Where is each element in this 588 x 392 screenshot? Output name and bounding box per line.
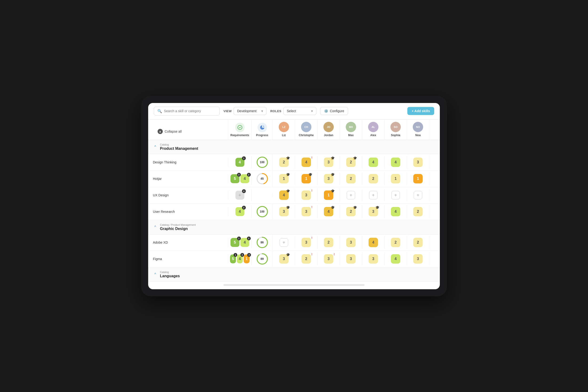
requirements-icon	[235, 123, 244, 132]
sections-container: ^ Catalog Product Management Design Thin…	[148, 140, 440, 282]
collapse-all-button[interactable]: ▲ Collapse all	[153, 126, 186, 136]
more-options-cell: ⋮	[429, 190, 440, 200]
score-badge: 2🎓	[346, 158, 356, 167]
score-cell: 4🎓	[273, 188, 295, 202]
req-count: 1	[242, 156, 246, 160]
req-badge: 4 2	[237, 254, 243, 263]
score-cell: 4🎓	[318, 205, 340, 218]
section-breadcrumb: Catalog	[160, 271, 180, 274]
sophia-avatar: SO	[390, 122, 401, 132]
graduation-cap-icon: 🎓	[376, 206, 380, 209]
graduation-cap-icon: 🎓	[353, 156, 357, 160]
jordan-col-header: JO Jordan	[318, 120, 340, 140]
score-cell: 3!	[295, 236, 318, 249]
progress-cell: 100	[252, 154, 273, 170]
progress-label: Progress	[256, 134, 268, 137]
gear-icon: ⚙️	[324, 109, 328, 113]
score-cell: 2🎓	[340, 156, 362, 169]
score-badge: 4🎓	[279, 190, 288, 200]
req-count: 2	[247, 173, 251, 176]
add-score-button[interactable]: +	[414, 191, 422, 200]
score-cell: 1🎓	[295, 172, 318, 185]
more-options-button[interactable]: ⋮	[437, 239, 440, 246]
score-cell: 4	[384, 252, 407, 266]
req-badge: 4 2	[240, 238, 249, 247]
score-cell: +	[273, 236, 295, 248]
score-cell: 3!	[295, 205, 318, 218]
section-toggle[interactable]: ^	[153, 225, 158, 230]
progress-cell	[252, 193, 273, 197]
score-cell: 3	[407, 156, 429, 169]
graduation-cap-icon: 🎓	[353, 206, 357, 209]
more-options-button[interactable]: ⋮	[437, 208, 440, 215]
score-badge: 4	[391, 158, 400, 167]
score-badge: 4	[391, 207, 400, 216]
graduation-cap-icon: 🎓	[286, 206, 290, 209]
alert-icon: !	[312, 253, 312, 256]
view-group: VIEW Development ▾	[224, 107, 266, 115]
more-options-button[interactable]: ⋮	[437, 192, 440, 199]
score-cell: 4	[362, 236, 384, 249]
add-score-button[interactable]: +	[280, 238, 288, 247]
table-row: Design Thinking 4 1 100 2🎓 4! 3🎓 2🎓 4 4 …	[148, 154, 440, 171]
sophia-col-header: SO Sophia	[384, 120, 407, 140]
add-score-button[interactable]: +	[347, 191, 355, 200]
section-header-graphic-design: ^ Catalog / Product Management Graphic D…	[148, 220, 440, 234]
progress-cell: 86	[252, 234, 273, 250]
table-row: UX Design + 4 4🎓 3! 1🎓 ++++ ⋮	[148, 187, 440, 204]
toolbar: 🔍 VIEW Development ▾ ROLES Select ▾ ⚙️	[148, 103, 440, 120]
requirements-col-header: Requirements	[228, 120, 252, 140]
score-cell: 1🎓	[318, 188, 340, 202]
score-badge: 3	[346, 238, 356, 247]
req-count: 1	[237, 236, 241, 240]
max-col-header: MX Max	[340, 120, 362, 140]
add-score-button[interactable]: +	[369, 191, 378, 200]
section-breadcrumb: Catalog / Product Management	[160, 224, 196, 226]
roles-dropdown[interactable]: Select ▾	[284, 107, 316, 115]
more-options-button[interactable]: ⋮	[437, 256, 440, 262]
score-badge: 2	[413, 238, 423, 247]
device-frame: 🔍 VIEW Development ▾ ROLES Select ▾ ⚙️	[141, 96, 447, 296]
table-row: Figma 5 1 4 2 1 3 89 3🎓 2! 3! 3 3 4 3 ⋮	[148, 251, 440, 267]
add-score-button[interactable]: +	[391, 191, 400, 200]
section-toggle[interactable]: ^	[153, 144, 158, 149]
score-cell: 2	[384, 236, 407, 249]
noa-label: Noa	[415, 134, 421, 137]
score-badge: 3!	[324, 254, 333, 264]
graduation-cap-icon: 🎓	[286, 156, 290, 160]
req-count: 4	[242, 189, 246, 193]
search-box[interactable]: 🔍	[154, 107, 220, 116]
score-badge: 3🎓	[324, 174, 333, 184]
more-options-cell: ⋮	[429, 206, 440, 217]
score-badge: 3	[413, 254, 423, 264]
section-title: Product Management	[160, 146, 198, 151]
score-cell: +	[407, 189, 429, 201]
graduation-cap-icon: 🎓	[331, 172, 335, 176]
collapse-icon: ▲	[158, 129, 163, 134]
req-badge: 4 2	[240, 174, 249, 183]
skill-name: User Research	[148, 207, 228, 216]
score-cell: 4!	[295, 156, 318, 169]
collapse-label: Collapse all	[165, 130, 182, 133]
score-cell: 2!	[295, 252, 318, 266]
score-cell: 2	[318, 236, 340, 249]
alert-icon: !	[312, 156, 312, 160]
horizontal-scrollbar[interactable]	[224, 284, 364, 286]
score-cell: 4	[384, 205, 407, 218]
score-cell: +	[362, 189, 384, 201]
table-row: User Research 4 2 100 3🎓 3! 4🎓 2🎓 3🎓 4 2…	[148, 204, 440, 220]
search-input[interactable]	[164, 109, 216, 113]
configure-label: Configure	[330, 109, 344, 113]
score-badge: 2	[346, 174, 356, 184]
more-options-button[interactable]: ⋮	[437, 159, 440, 166]
more-options-button[interactable]: ⋮	[437, 175, 440, 182]
req-badge: 4 2	[236, 207, 244, 216]
christophe-col-header: CH Christophe	[295, 120, 318, 140]
view-dropdown[interactable]: Development ▾	[234, 107, 266, 115]
score-badge: 2!	[302, 254, 311, 264]
add-skills-button[interactable]: + Add skills	[407, 107, 434, 115]
configure-button[interactable]: ⚙️ Configure	[320, 107, 348, 115]
score-badge: 2🎓	[346, 207, 356, 216]
section-toggle[interactable]: ^	[153, 272, 158, 277]
more-options-cell: ⋮	[429, 157, 440, 168]
